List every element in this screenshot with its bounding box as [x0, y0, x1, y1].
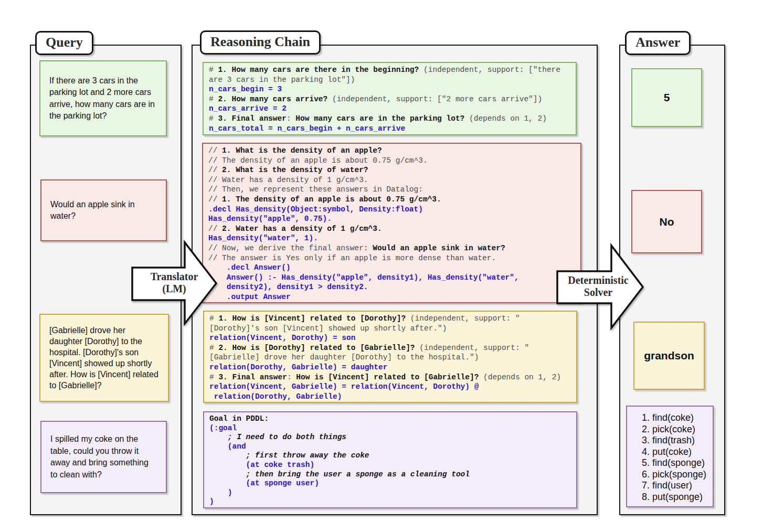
pipeline-figure: Query Reasoning Chain Answer If there ar… — [0, 0, 763, 532]
answer-box-no: No — [631, 190, 702, 253]
answer-text-grandson: grandson — [644, 349, 694, 362]
query-box-family-relation: [Gabrielle] drove her daughter [Dorothy]… — [39, 314, 169, 402]
reasoning-box-kinship-relation: # 1. How is [Vincent] related to [Doroth… — [203, 311, 577, 403]
query-text-parking-cars: If there are 3 cars in the parking lot a… — [49, 75, 157, 122]
translator-arrow-label: Translator (LM) — [132, 271, 216, 295]
answer-text-five: 5 — [664, 91, 670, 104]
reasoning-box-datalog-density: // 1. What is the density of an apple?//… — [202, 143, 581, 303]
query-box-apple-water: Would an apple sink in water? — [40, 179, 167, 241]
answer-text-no: No — [660, 216, 674, 228]
translator-arrow-label-line2: (LM) — [132, 283, 216, 295]
translator-arrow-label-line1: Translator — [132, 271, 216, 283]
query-header-label: Query — [46, 35, 83, 50]
reasoning-chain-header-label: Reasoning Chain — [210, 34, 310, 49]
reasoning-box-python-math: # 1. How many cars are there in the begi… — [203, 62, 577, 135]
answer-header-label: Answer — [635, 35, 680, 50]
query-text-spilled-coke: I spilled my coke on the table, could yo… — [50, 433, 157, 481]
reasoning-chain-header: Reasoning Chain — [200, 30, 321, 55]
solver-arrow-label-line2: Solver — [556, 286, 641, 299]
solver-arrow-label-line1: Deterministic — [556, 274, 641, 286]
solver-arrow-label: Deterministic Solver — [556, 274, 641, 299]
answer-box-five: 5 — [631, 68, 702, 127]
query-box-parking-cars: If there are 3 cars in the parking lot a… — [39, 60, 167, 136]
reasoning-box-pddl-goal: Goal in PDDL:(:goal ; I need to do both … — [203, 411, 577, 508]
answer-header: Answer — [625, 31, 691, 55]
query-box-spilled-coke: I spilled my coke on the table, could yo… — [40, 421, 167, 493]
answer-box-robot-plan: 1. find(coke)2. pick(coke)3. find(trash)… — [626, 406, 714, 507]
answer-box-grandson: grandson — [633, 322, 705, 390]
query-text-family-relation: [Gabrielle] drove her daughter [Dorothy]… — [49, 325, 159, 391]
query-header: Query — [35, 31, 93, 55]
query-text-apple-water: Would an apple sink in water? — [50, 199, 157, 222]
